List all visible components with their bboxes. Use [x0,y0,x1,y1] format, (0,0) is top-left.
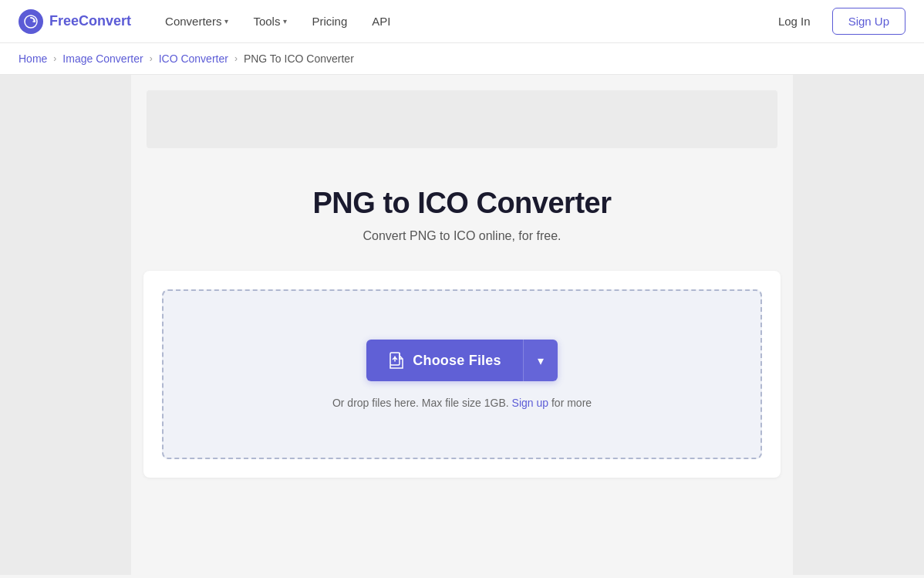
title-section: PNG to ICO Converter Convert PNG to ICO … [131,164,793,259]
breadcrumb-sep-1: › [53,53,56,64]
tools-chevron-icon: ▾ [283,17,287,25]
drop-zone[interactable]: Choose Files ▾ Or drop files here. Max f… [162,289,762,459]
ad-banner [147,90,777,148]
main-nav: Converters ▾ Tools ▾ Pricing API [156,8,400,34]
signup-button[interactable]: Sign Up [832,8,905,35]
breadcrumb-sep-3: › [234,53,238,64]
breadcrumb: Home › Image Converter › ICO Converter ›… [0,43,924,75]
choose-files-label: Choose Files [413,353,501,369]
header-right: Log In Sign Up [766,8,905,35]
center-content: PNG to ICO Converter Convert PNG to ICO … [131,75,793,575]
nav-converters[interactable]: Converters ▾ [156,8,238,34]
breadcrumb-home[interactable]: Home [19,52,47,65]
nav-tools[interactable]: Tools ▾ [244,8,296,34]
drop-hint-suffix: for more [551,397,592,409]
breadcrumb-image-converter[interactable]: Image Converter [62,52,143,65]
drop-hint: Or drop files here. Max file size 1GB. S… [332,397,592,409]
page-title: PNG to ICO Converter [147,187,777,220]
breadcrumb-current: PNG To ICO Converter [244,52,354,65]
drop-hint-prefix: Or drop files here. Max file size 1GB. [332,397,509,409]
sidebar-left [0,75,131,575]
sidebar-right [793,75,924,575]
breadcrumb-sep-2: › [150,53,153,64]
nav-api[interactable]: API [363,8,400,34]
site-header: FreeConvert Converters ▾ Tools ▾ Pricing… [0,0,924,43]
login-button[interactable]: Log In [766,8,823,34]
dropdown-chevron-icon: ▾ [538,353,544,368]
logo-text: FreeConvert [49,13,131,29]
choose-files-dropdown-button[interactable]: ▾ [523,340,558,381]
choose-files-button-group: Choose Files ▾ [366,340,557,381]
breadcrumb-ico-converter[interactable]: ICO Converter [159,52,228,65]
upload-container: Choose Files ▾ Or drop files here. Max f… [143,271,781,478]
header-left: FreeConvert Converters ▾ Tools ▾ Pricing… [19,8,400,34]
content-area: PNG to ICO Converter Convert PNG to ICO … [0,75,924,575]
logo[interactable]: FreeConvert [19,9,131,34]
page-subtitle: Convert PNG to ICO online, for free. [147,229,777,243]
file-upload-icon [388,352,405,369]
converters-chevron-icon: ▾ [224,17,228,25]
choose-files-button[interactable]: Choose Files [366,340,522,381]
main-content: PNG to ICO Converter Convert PNG to ICO … [0,75,924,575]
nav-pricing[interactable]: Pricing [302,8,356,34]
logo-icon [19,9,43,34]
signup-link[interactable]: Sign up [512,397,548,409]
